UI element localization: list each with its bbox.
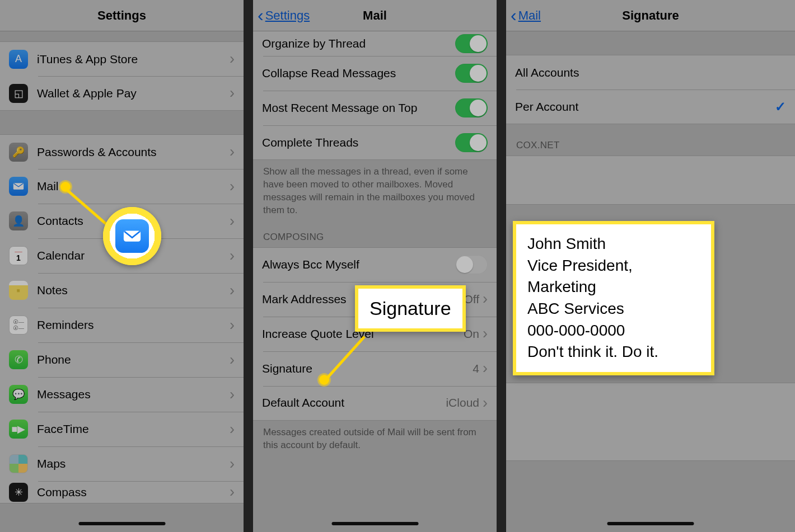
settings-row-itunes[interactable]: A iTunes & App Store › xyxy=(0,41,244,76)
row-all-accounts[interactable]: All Accounts xyxy=(506,55,795,90)
facetime-icon: ■▶ xyxy=(9,420,28,439)
callout-signature-text: John SmithVice President, MarketingABC S… xyxy=(513,221,714,375)
toggle-collapse-read[interactable]: Collapse Read Messages xyxy=(253,56,497,91)
chevron-right-icon: › xyxy=(483,361,488,376)
reminders-icon: ⦿—⦿— xyxy=(9,316,28,335)
signature-editor-gmail[interactable] xyxy=(506,383,795,461)
home-indicator[interactable] xyxy=(78,522,165,525)
chevron-left-icon: ‹ xyxy=(511,6,517,24)
calendar-icon: –––1 xyxy=(9,246,28,265)
chevron-right-icon: › xyxy=(230,51,235,67)
settings-row-mail[interactable]: Mail › xyxy=(0,169,244,204)
chevron-right-icon: › xyxy=(230,283,235,298)
signature-line: Don't think it. Do it. xyxy=(527,341,700,363)
nav-title: Settings xyxy=(97,8,146,23)
account-header-cox: COX.NET xyxy=(506,124,795,156)
settings-row-wallet[interactable]: ◱ Wallet & Apple Pay › xyxy=(0,76,244,111)
settings-row-facetime[interactable]: ■▶ FaceTime › xyxy=(0,412,244,446)
settings-row-notes[interactable]: ≡ Notes › xyxy=(0,273,244,308)
signature-screen: ‹ Mail Signature All Accounts Per Accoun… xyxy=(506,0,795,532)
signature-line: 000-000-0000 xyxy=(527,320,700,342)
nav-title: Mail xyxy=(363,8,387,23)
threads-group: Organize by Thread Collapse Read Message… xyxy=(253,31,497,160)
back-button[interactable]: ‹ Mail xyxy=(511,0,541,31)
toggle-complete-threads[interactable]: Complete Threads xyxy=(253,125,497,160)
callout-mail-circle xyxy=(103,207,161,265)
mail-icon xyxy=(9,177,28,196)
settings-row-messages[interactable]: 💬 Messages › xyxy=(0,377,244,412)
chevron-left-icon: ‹ xyxy=(258,6,264,24)
wallet-icon: ◱ xyxy=(9,84,28,103)
signature-line: Vice President, Marketing xyxy=(527,255,700,298)
checkmark-icon: ✓ xyxy=(775,99,786,115)
chevron-right-icon: › xyxy=(230,422,235,437)
callout-signature-label: Signature xyxy=(355,285,466,332)
nav-bar: Settings xyxy=(0,0,244,31)
signature-line: ABC Services xyxy=(527,298,700,320)
row-per-account[interactable]: Per Account ✓ xyxy=(506,90,795,124)
composing-footer: Messages created outside of Mail will be… xyxy=(253,421,497,459)
settings-group-apps: 🔑 Passwords & Accounts › Mail › 👤 Contac… xyxy=(0,134,244,503)
home-indicator[interactable] xyxy=(331,522,418,525)
switch[interactable] xyxy=(455,64,488,83)
chevron-right-icon: › xyxy=(483,291,488,307)
key-icon: 🔑 xyxy=(9,143,28,162)
chevron-right-icon: › xyxy=(230,144,235,159)
switch[interactable] xyxy=(455,133,488,152)
nav-bar: ‹ Mail Signature xyxy=(506,0,795,31)
compass-icon: ✳ xyxy=(9,483,28,502)
settings-root-screen: Settings A iTunes & App Store › ◱ Wallet… xyxy=(0,0,244,532)
back-button[interactable]: ‹ Settings xyxy=(258,0,310,31)
settings-row-reminders[interactable]: ⦿—⦿— Reminders › xyxy=(0,308,244,342)
chevron-right-icon: › xyxy=(230,484,235,500)
mail-settings-screen: ‹ Settings Mail Organize by Thread Colla… xyxy=(253,0,497,532)
chevron-right-icon: › xyxy=(230,179,235,194)
composing-group: Always Bcc Myself Mark Addresses Off › I… xyxy=(253,247,497,421)
messages-icon: 💬 xyxy=(9,385,28,404)
settings-group-store: A iTunes & App Store › ◱ Wallet & Apple … xyxy=(0,41,244,111)
chevron-right-icon: › xyxy=(483,396,488,411)
chevron-right-icon: › xyxy=(230,352,235,368)
switch[interactable] xyxy=(455,34,488,53)
settings-row-phone[interactable]: ✆ Phone › xyxy=(0,342,244,377)
settings-row-maps[interactable]: Maps › xyxy=(0,446,244,481)
chevron-right-icon: › xyxy=(230,456,235,472)
chevron-right-icon: › xyxy=(230,214,235,229)
signature-scope-group: All Accounts Per Account ✓ xyxy=(506,55,795,124)
threads-footer: Show all the messages in a thread, even … xyxy=(253,160,497,224)
chevron-right-icon: › xyxy=(483,326,488,341)
chevron-right-icon: › xyxy=(230,387,235,402)
home-indicator[interactable] xyxy=(607,522,694,525)
signature-editor-cox[interactable] xyxy=(506,156,795,205)
row-default-account[interactable]: Default Account iCloud › xyxy=(253,386,497,421)
callout-anchor-dot xyxy=(60,182,71,192)
chevron-right-icon: › xyxy=(230,248,235,263)
row-signature[interactable]: Signature 4 › xyxy=(253,351,497,386)
settings-row-passwords[interactable]: 🔑 Passwords & Accounts › xyxy=(0,134,244,169)
toggle-recent-top[interactable]: Most Recent Message on Top xyxy=(253,91,497,125)
toggle-organize-thread[interactable]: Organize by Thread xyxy=(253,31,497,56)
mail-icon xyxy=(115,219,149,253)
nav-title: Signature xyxy=(622,8,679,23)
switch[interactable] xyxy=(455,255,488,274)
notes-icon: ≡ xyxy=(9,281,28,300)
nav-bar: ‹ Settings Mail xyxy=(253,0,497,31)
chevron-right-icon: › xyxy=(230,318,235,333)
composing-header: COMPOSING xyxy=(253,224,497,247)
switch[interactable] xyxy=(455,98,488,117)
phone-icon: ✆ xyxy=(9,350,28,369)
callout-anchor-dot xyxy=(319,375,329,385)
contacts-icon: 👤 xyxy=(9,211,28,230)
chevron-right-icon: › xyxy=(230,86,235,101)
toggle-bcc-myself[interactable]: Always Bcc Myself xyxy=(253,247,497,282)
maps-icon xyxy=(9,454,28,473)
signature-line: John Smith xyxy=(527,233,700,255)
appstore-icon: A xyxy=(9,50,28,69)
settings-row-compass[interactable]: ✳ Compass › xyxy=(0,481,244,503)
